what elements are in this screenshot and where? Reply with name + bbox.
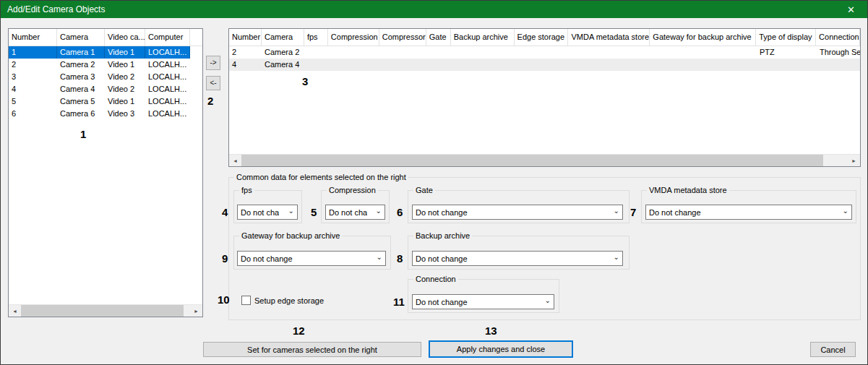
gateway-for-backup-archive-dropdown[interactable]: Do not change ⌄ xyxy=(237,251,386,266)
set-for-cameras-button[interactable]: Set for cameras selected on the right xyxy=(203,342,421,357)
column-header[interactable]: Compression xyxy=(328,29,379,46)
table-cell: 6 xyxy=(9,108,57,120)
column-header[interactable]: Type of display xyxy=(756,29,816,46)
apply-changes-and-close-button[interactable]: Apply changes and close xyxy=(429,340,573,358)
column-header[interactable]: Number xyxy=(9,29,57,46)
column-header[interactable]: Compressor xyxy=(379,29,426,46)
right-table-row[interactable]: 4Camera 4 xyxy=(229,59,860,71)
table-cell: LOCALH... xyxy=(145,46,190,59)
move-left-button[interactable]: <- xyxy=(206,76,220,90)
chevron-down-icon: ⌄ xyxy=(614,253,619,261)
column-header[interactable]: Edge storage xyxy=(515,29,569,46)
vmda-metadata-store-dropdown[interactable]: Do not change ⌄ xyxy=(645,205,852,220)
column-header[interactable]: Connection xyxy=(816,29,860,46)
table-cell: PTZ xyxy=(757,46,817,59)
table-cell: Camera 2 xyxy=(262,46,304,59)
scroll-right-button[interactable]: ► xyxy=(848,155,860,167)
scroll-left-button[interactable]: ◄ xyxy=(9,305,21,317)
table-cell xyxy=(379,59,426,71)
table-cell: Video 2 xyxy=(105,71,145,83)
fps-dropdown[interactable]: Do not cha ⌄ xyxy=(237,205,298,220)
table-cell: Camera 3 xyxy=(57,71,105,83)
left-table-row[interactable]: 6Camera 6Video 3LOCALH... xyxy=(9,108,190,120)
chevron-down-icon: ⌄ xyxy=(376,207,382,215)
table-cell: 4 xyxy=(229,59,262,71)
table-cell: Camera 5 xyxy=(57,95,105,108)
chevron-down-icon: ⌄ xyxy=(545,296,551,304)
compression-dropdown[interactable]: Do not cha ⌄ xyxy=(325,205,385,220)
arrow-right-icon: -> xyxy=(210,59,216,66)
titlebar[interactable]: Add/Edit Camera Objects ✕ xyxy=(1,1,867,18)
table-cell xyxy=(756,59,816,71)
chevron-down-icon: ⌄ xyxy=(377,253,382,261)
left-table-row[interactable]: 4Camera 4Video 2LOCALH... xyxy=(9,83,190,95)
table-cell: Video 2 xyxy=(105,83,145,95)
checkbox-box xyxy=(241,296,251,305)
column-header[interactable]: Gate xyxy=(426,29,451,46)
column-header[interactable]: Camera xyxy=(262,29,304,46)
table-cell xyxy=(426,59,451,71)
left-table-row[interactable]: 3Camera 3Video 2LOCALH... xyxy=(9,71,190,83)
scroll-right-icon: ► xyxy=(851,158,856,163)
left-table-row[interactable]: 5Camera 5Video 1LOCALH... xyxy=(9,95,190,108)
table-cell xyxy=(379,46,426,59)
column-header[interactable]: Number xyxy=(229,29,262,46)
table-cell xyxy=(515,59,569,71)
setup-edge-storage-checkbox[interactable]: Setup edge storage xyxy=(241,295,324,306)
left-table-hscrollbar[interactable]: ◄ ► xyxy=(9,304,202,317)
table-cell: 2 xyxy=(9,59,57,71)
backup-archive-dropdown[interactable]: Do not change ⌄ xyxy=(412,251,623,266)
column-header[interactable]: fps xyxy=(304,29,328,46)
window-title: Add/Edit Camera Objects xyxy=(1,4,105,14)
table-cell xyxy=(650,46,757,59)
table-cell: LOCALH... xyxy=(145,83,190,95)
column-header[interactable]: Camera xyxy=(57,29,105,46)
scroll-right-button[interactable]: ► xyxy=(190,305,202,317)
close-icon: ✕ xyxy=(847,4,855,15)
scroll-thumb[interactable] xyxy=(21,305,184,317)
scroll-thumb[interactable] xyxy=(241,155,823,167)
column-header[interactable]: Video ca... xyxy=(105,29,145,46)
annotation-2: 2 xyxy=(207,95,213,107)
connection-dropdown[interactable]: Do not change ⌄ xyxy=(412,294,554,309)
annotation-9: 9 xyxy=(222,252,228,265)
table-cell: Camera 1 xyxy=(57,46,105,59)
annotation-6: 6 xyxy=(397,206,403,218)
annotation-8: 8 xyxy=(397,252,403,265)
column-header[interactable]: Backup archive xyxy=(451,29,515,46)
right-table-row[interactable]: 2Camera 2PTZThrough Se xyxy=(229,46,861,59)
scroll-right-icon: ► xyxy=(194,309,199,314)
connection-group-label: Connection xyxy=(413,275,458,283)
table-cell: 1 xyxy=(9,46,57,59)
move-right-button[interactable]: -> xyxy=(206,56,220,70)
right-table-hscrollbar[interactable]: ◄ ► xyxy=(229,154,860,166)
column-header[interactable]: Computer xyxy=(145,29,190,46)
vmda-metadata-store-group-label: VMDA metadata store xyxy=(647,186,729,194)
left-table-header: NumberCameraVideo ca...Computer xyxy=(9,29,202,46)
left-table-row[interactable]: 2Camera 2Video 1LOCALH... xyxy=(9,59,190,71)
scroll-left-button[interactable]: ◄ xyxy=(229,155,241,167)
cancel-button[interactable]: Cancel xyxy=(810,342,856,357)
left-table-row[interactable]: 1Camera 1Video 1LOCALH... xyxy=(9,46,190,59)
column-header[interactable]: Gateway for backup archive xyxy=(650,29,756,46)
annotation-11: 11 xyxy=(393,296,405,308)
table-cell: Camera 4 xyxy=(262,59,304,71)
add-edit-camera-objects-dialog: Add/Edit Camera Objects ✕ NumberCameraVi… xyxy=(0,0,868,365)
gate-dropdown[interactable]: Do not change ⌄ xyxy=(412,205,623,220)
table-cell xyxy=(569,46,650,59)
column-header[interactable]: VMDA metadata store xyxy=(568,29,650,46)
compression-dropdown-value: Do not cha xyxy=(326,208,367,217)
backup-archive-dropdown-value: Do not change xyxy=(413,254,468,263)
compression-group-label: Compression xyxy=(327,186,378,194)
annotation-1: 1 xyxy=(80,128,86,140)
scroll-left-icon: ◄ xyxy=(12,309,17,314)
table-cell: 5 xyxy=(9,95,57,108)
right-table-header: NumberCamerafpsCompressionCompressorGate… xyxy=(229,29,860,46)
table-cell xyxy=(568,59,650,71)
left-camera-table: NumberCameraVideo ca...Computer 1Camera … xyxy=(8,28,203,317)
close-button[interactable]: ✕ xyxy=(835,1,867,18)
annotation-5: 5 xyxy=(311,206,317,218)
annotation-7: 7 xyxy=(630,206,636,218)
annotation-3: 3 xyxy=(302,75,308,87)
annotation-10: 10 xyxy=(218,293,230,306)
